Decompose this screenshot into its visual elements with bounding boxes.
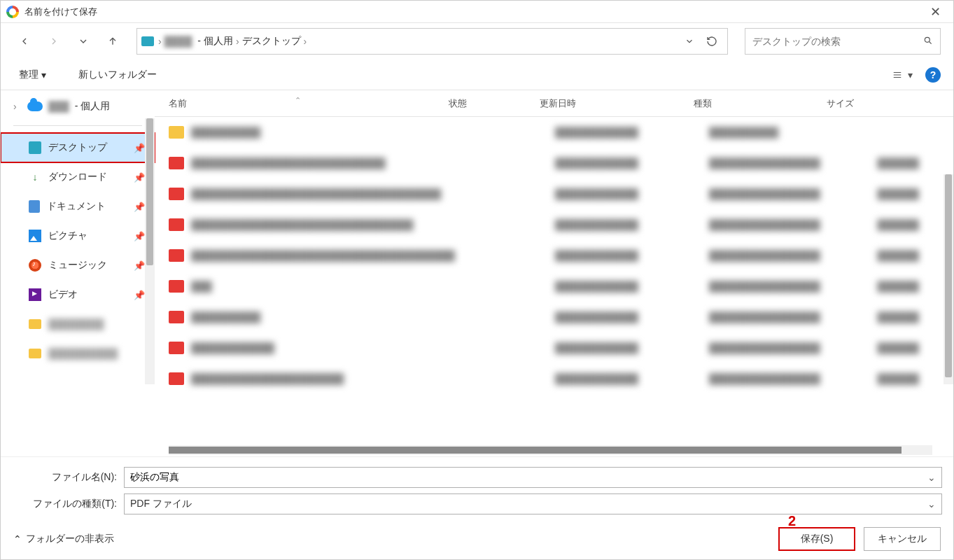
dropdown-icon[interactable]: ⌄ bbox=[927, 498, 936, 510]
nav-row: › ████ - 個人用 › デスクトップ › bbox=[1, 23, 953, 59]
col-name[interactable]: 名前 bbox=[169, 97, 449, 110]
hide-folders-toggle[interactable]: ⌃ フォルダーの非表示 bbox=[13, 533, 114, 545]
filetype-label: ファイルの種類(T): bbox=[12, 498, 124, 510]
sidebar-item-desktop[interactable]: デスクトップ 📌 bbox=[1, 133, 155, 162]
view-button[interactable]: ▾ bbox=[891, 69, 913, 80]
crumb-personal[interactable]: - 個人用 bbox=[195, 35, 236, 48]
crumb-user[interactable]: ████ bbox=[162, 36, 195, 47]
crumb-sep-icon: › bbox=[304, 36, 307, 47]
sidebar-item-pictures[interactable]: ピクチャ 📌 bbox=[1, 221, 155, 251]
vertical-scrollbar[interactable] bbox=[944, 174, 953, 384]
music-icon bbox=[29, 259, 41, 272]
pin-icon[interactable]: 📌 bbox=[134, 202, 145, 212]
save-form: ファイル名(N): ⌄ ファイルの種類(T): PDF ファイル ⌄ bbox=[1, 456, 953, 519]
file-row[interactable]: ████████████████████████████████ bbox=[155, 117, 953, 148]
file-row[interactable]: ████████████████████████████████████████… bbox=[155, 148, 953, 178]
file-row[interactable]: ████████████████████████████████████████… bbox=[155, 209, 953, 240]
hide-folders-label: フォルダーの非表示 bbox=[26, 533, 114, 545]
expand-icon[interactable]: › bbox=[13, 101, 22, 112]
col-type[interactable]: 種類 bbox=[694, 97, 827, 110]
pin-icon[interactable]: 📌 bbox=[134, 143, 145, 153]
sidebar-item-videos[interactable]: ビデオ 📌 bbox=[1, 280, 155, 309]
pdf-icon bbox=[169, 280, 184, 293]
cloud-icon bbox=[27, 102, 43, 111]
save-button[interactable]: 保存(S) bbox=[778, 527, 855, 551]
toolbar: 整理▾ 新しいフォルダー ▾ ? bbox=[1, 59, 953, 90]
dialog-footer: ⌃ フォルダーの非表示 2 保存(S) キャンセル bbox=[1, 519, 953, 559]
tree-onedrive[interactable]: › ███ - 個人用 bbox=[1, 94, 155, 118]
crumb-desktop[interactable]: デスクトップ bbox=[239, 35, 304, 48]
help-button[interactable]: ? bbox=[925, 67, 941, 83]
tree-scrollbar[interactable] bbox=[145, 118, 155, 384]
chevron-down-icon: ▾ bbox=[908, 69, 913, 80]
titlebar: 名前を付けて保存 ✕ bbox=[1, 1, 953, 23]
sidebar-label: ミュージック bbox=[48, 259, 107, 272]
pdf-icon bbox=[169, 188, 184, 200]
tree-personal-label: - 個人用 bbox=[75, 100, 111, 113]
nav-tree: › ███ - 個人用 1 デスクトップ 📌 ↓ ダウンロード 📌 ドキュメント… bbox=[1, 90, 155, 456]
pin-icon[interactable]: 📌 bbox=[134, 260, 145, 271]
organize-button[interactable]: 整理▾ bbox=[13, 66, 52, 84]
desktop-icon bbox=[29, 141, 41, 154]
download-icon: ↓ bbox=[29, 171, 41, 183]
pdf-icon bbox=[169, 311, 184, 323]
window-title: 名前を付けて保存 bbox=[24, 6, 923, 18]
sidebar-label: デスクトップ bbox=[48, 141, 107, 154]
filename-label: ファイル名(N): bbox=[12, 471, 124, 484]
sidebar-item-folder[interactable]: ████████ bbox=[1, 309, 155, 339]
search-input[interactable] bbox=[752, 36, 923, 47]
folder-icon bbox=[29, 349, 41, 358]
pdf-icon bbox=[169, 249, 184, 262]
sidebar-label: ドキュメント bbox=[47, 200, 106, 213]
back-button[interactable] bbox=[13, 30, 36, 52]
search-icon[interactable] bbox=[923, 36, 933, 48]
sidebar-item-downloads[interactable]: ↓ ダウンロード 📌 bbox=[1, 162, 155, 192]
column-headers: 名前 状態 更新日時 種類 サイズ bbox=[155, 90, 953, 117]
file-row[interactable]: █████████████████████████████████████ bbox=[155, 271, 953, 302]
address-dropdown-icon[interactable] bbox=[678, 36, 701, 46]
video-icon bbox=[29, 288, 41, 301]
pin-icon[interactable]: 📌 bbox=[134, 231, 145, 241]
annotation-2: 2 bbox=[788, 513, 796, 529]
pin-icon[interactable]: 📌 bbox=[134, 172, 145, 183]
pdf-icon bbox=[169, 157, 184, 169]
recent-button[interactable] bbox=[72, 30, 94, 52]
file-row[interactable]: ████████████████████████████████████████… bbox=[155, 363, 953, 394]
file-row[interactable]: ████████████████████████████████████████… bbox=[155, 332, 953, 363]
cancel-button[interactable]: キャンセル bbox=[864, 527, 941, 551]
sidebar-item-documents[interactable]: ドキュメント 📌 bbox=[1, 192, 155, 221]
search-box[interactable] bbox=[745, 28, 941, 55]
svg-point-0 bbox=[925, 37, 930, 42]
new-folder-button[interactable]: 新しいフォルダー bbox=[73, 66, 162, 84]
refresh-button[interactable] bbox=[701, 36, 723, 47]
up-button[interactable] bbox=[101, 30, 124, 52]
filetype-value: PDF ファイル bbox=[130, 498, 192, 510]
dropdown-icon[interactable]: ⌄ bbox=[927, 472, 936, 483]
chevron-down-icon: ▾ bbox=[41, 69, 46, 80]
filetype-select[interactable]: PDF ファイル ⌄ bbox=[124, 493, 942, 514]
pdf-icon bbox=[169, 218, 184, 231]
address-bar[interactable]: › ████ - 個人用 › デスクトップ › bbox=[136, 28, 728, 55]
col-size[interactable]: サイズ bbox=[827, 97, 904, 110]
file-row[interactable]: ████████████████████████████████████████… bbox=[155, 240, 953, 271]
sidebar-label: ビデオ bbox=[48, 288, 78, 301]
horizontal-scrollbar[interactable] bbox=[169, 445, 932, 455]
folder-icon bbox=[29, 319, 41, 329]
folder-icon bbox=[169, 126, 184, 139]
document-icon bbox=[29, 200, 40, 213]
pdf-icon bbox=[169, 372, 184, 385]
file-listing: 名前 状態 更新日時 種類 サイズ ██████████████████████… bbox=[155, 90, 953, 456]
pin-icon[interactable]: 📌 bbox=[134, 290, 145, 300]
filename-input[interactable]: ⌄ bbox=[124, 467, 942, 488]
pictures-icon bbox=[29, 230, 41, 242]
col-state[interactable]: 状態 bbox=[449, 97, 540, 110]
col-date[interactable]: 更新日時 bbox=[540, 97, 694, 110]
file-row[interactable]: ████████████████████████████████████████… bbox=[155, 302, 953, 332]
file-row[interactable]: ████████████████████████████████████████… bbox=[155, 178, 953, 209]
sidebar-item-folder[interactable]: ██████████ bbox=[1, 339, 155, 368]
filename-field[interactable] bbox=[130, 472, 927, 483]
sidebar-item-music[interactable]: ミュージック 📌 bbox=[1, 251, 155, 280]
chevron-up-icon: ⌃ bbox=[13, 533, 22, 545]
forward-button[interactable] bbox=[43, 30, 65, 52]
close-button[interactable]: ✕ bbox=[923, 4, 948, 20]
